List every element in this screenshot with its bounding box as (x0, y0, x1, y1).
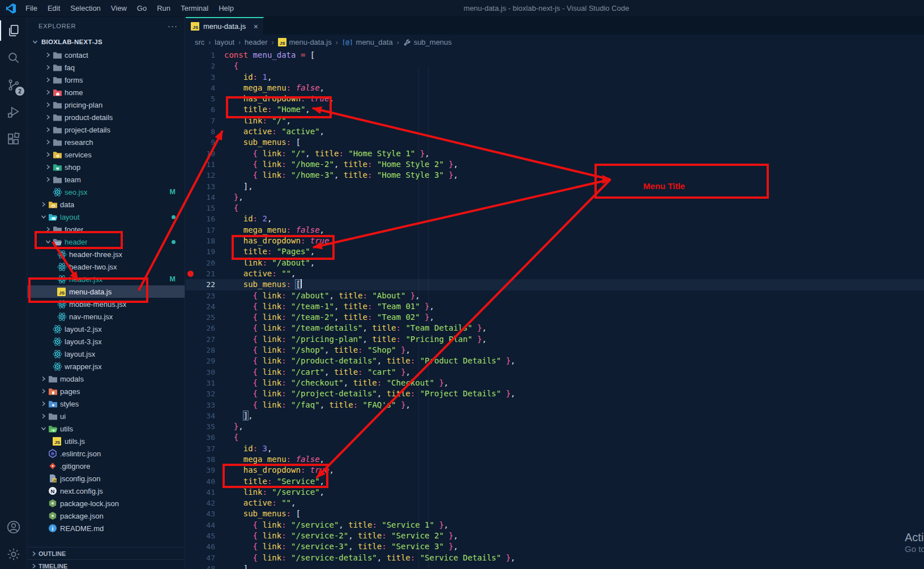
tree-file-.gitignore[interactable]: .gitignore (27, 460, 185, 472)
code-line-24: 24 { link: "/team-1", title: "Team 01" }… (186, 301, 924, 312)
line-number: 27 (196, 334, 215, 345)
menubar-item-view[interactable]: View (106, 0, 132, 17)
code-line-33: 33 { link: "/faq", title: "FAQ's" }, (186, 400, 924, 410)
tree-folder-ui[interactable]: ui (27, 410, 185, 422)
tree-folder-data[interactable]: data (27, 198, 185, 211)
tree-file-header-three.jsx[interactable]: header-three.jsx (27, 248, 185, 260)
tree-folder-modals[interactable]: modals (27, 373, 185, 385)
activitybar-extensions[interactable] (0, 126, 27, 153)
menubar-item-selection[interactable]: Selection (65, 0, 105, 17)
tree-file-nav-menu.jsx[interactable]: nav-menu.jsx (27, 310, 185, 323)
breakpoint-icon[interactable] (187, 271, 194, 277)
tree-file-mobile-menus.jsx[interactable]: mobile-menus.jsx (27, 298, 185, 310)
explorer-actions-button[interactable]: ··· (168, 21, 178, 31)
tree-folder-forms[interactable]: forms (27, 74, 185, 86)
menubar-item-file[interactable]: File (20, 0, 42, 17)
menubar-item-help[interactable]: Help (213, 0, 239, 17)
activitybar-account[interactable] (0, 514, 27, 541)
tree-item-label: .gitignore (60, 462, 90, 470)
line-number: 15 (196, 203, 215, 213)
tree-file-menu-data.js[interactable]: JSmenu-data.js (27, 285, 185, 298)
code-line-36: 36 { (186, 432, 924, 443)
line-number: 40 (196, 476, 215, 487)
tree-file-layout.jsx[interactable]: layout.jsx (27, 348, 185, 360)
tree-folder-product-details[interactable]: product-details (27, 111, 185, 123)
tree-folder-shop[interactable]: shop (27, 161, 185, 173)
code-line-15: 15 { (186, 203, 924, 213)
breadcrumb-item-src[interactable]: src (195, 38, 204, 46)
breadcrumb-item-layout[interactable]: layout (215, 38, 234, 46)
timeline-section[interactable]: TIMELINE (27, 559, 185, 569)
line-number: 29 (196, 356, 215, 366)
tree-folder-pages[interactable]: pages (27, 385, 185, 397)
code-line-30: 30 { link: "/cart", title: "cart" }, (186, 367, 924, 378)
activitybar-explorer[interactable] (0, 17, 27, 44)
tree-item-label: utils (60, 425, 73, 433)
tree-folder-utils[interactable]: utils (27, 422, 185, 435)
tab-menu-data-js[interactable]: JS menu-data.js × (186, 17, 264, 35)
tree-folder-styles[interactable]: styles (27, 397, 185, 410)
tree-file-seo.jsx[interactable]: seo.jsxM (27, 186, 185, 198)
activity-bar: 2 (0, 17, 27, 569)
activitybar-settings[interactable] (0, 541, 27, 568)
tree-item-label: ui (60, 412, 66, 421)
activitybar-source-control[interactable]: 2 (0, 71, 27, 99)
tree-folder-faq[interactable]: faq (27, 61, 185, 74)
menubar-item-go[interactable]: Go (132, 0, 152, 17)
outline-section[interactable]: OUTLINE (27, 547, 185, 559)
breadcrumb-item-menu-data.js[interactable]: JSmenu-data.js (278, 38, 332, 46)
menubar-item-run[interactable]: Run (152, 0, 176, 17)
breadcrumb-item-header[interactable]: header (245, 38, 267, 46)
tree-folder-team[interactable]: team (27, 173, 185, 186)
chevron-down-icon (31, 39, 40, 45)
code-line-12: 12 { link: "/home-3", title: "Home Style… (186, 170, 924, 181)
tree-folder-footer[interactable]: footer (27, 223, 185, 236)
tree-file-README.md[interactable]: iREADME.md (27, 522, 185, 534)
tree-folder-home[interactable]: home (27, 86, 185, 99)
line-number: 47 (196, 553, 215, 563)
code-line-2: 2 { (186, 61, 924, 71)
tree-file-next.config.js[interactable]: Nnext.config.js (27, 485, 185, 497)
tree-file-layout-2.jsx[interactable]: layout-2.jsx (27, 323, 185, 335)
menubar-item-terminal[interactable]: Terminal (176, 0, 213, 17)
chevron-right-icon (44, 114, 53, 120)
chevron-right-icon (39, 376, 48, 382)
tree-item-label: services (65, 151, 92, 159)
tree-file-utils.js[interactable]: JSutils.js (27, 435, 185, 447)
breadcrumb-item-menu_data[interactable]: [@]menu_data (342, 38, 393, 46)
tree-folder-contact[interactable]: contact (27, 49, 185, 61)
code-editor[interactable]: 1const menu_data = [2 {3 id: 1,4 mega_me… (186, 50, 924, 569)
activitybar-run-debug[interactable] (0, 99, 27, 126)
tree-folder-services[interactable]: services (27, 148, 185, 161)
line-number: 39 (196, 465, 215, 476)
eslint-icon (48, 449, 60, 458)
folder-icon (48, 375, 60, 383)
tree-file-wrapper.jsx[interactable]: wrapper.jsx (27, 360, 185, 373)
react-icon (57, 312, 69, 322)
tree-file-package-lock.json[interactable]: package-lock.json (27, 497, 185, 510)
tree-folder-pricing-plan[interactable]: pricing-plan (27, 99, 185, 111)
tree-folder-project-details[interactable]: project-details (27, 123, 185, 136)
menubar-item-edit[interactable]: Edit (42, 0, 65, 17)
tree-item-label: header.jsx (69, 275, 102, 284)
workspace-section-header[interactable]: BIOXLAB-NEXT-JS (27, 35, 185, 49)
tree-file-.eslintrc.json[interactable]: .eslintrc.json (27, 447, 185, 460)
tree-folder-header[interactable]: header (27, 236, 185, 248)
breadcrumb: src›layout›header›JSmenu-data.js›[@]menu… (186, 35, 924, 50)
tree-item-label: layout-3.jsx (65, 337, 102, 346)
tree-file-header.jsx[interactable]: header.jsxM (27, 273, 185, 285)
react-icon (53, 349, 65, 359)
tree-file-package.json[interactable]: package.json (27, 510, 185, 522)
tree-item-label: contact (65, 51, 88, 59)
tree-folder-research[interactable]: research (27, 136, 185, 148)
breadcrumb-item-sub_menus[interactable]: sub_menus (403, 38, 452, 46)
tree-file-layout-3.jsx[interactable]: layout-3.jsx (27, 335, 185, 348)
line-number: 45 (196, 531, 215, 541)
tab-close-icon[interactable]: × (254, 22, 258, 31)
activitybar-search[interactable] (0, 44, 27, 71)
tree-file-jsconfig.json[interactable]: JSjsconfig.json (27, 472, 185, 485)
tree-folder-layout[interactable]: layout (27, 211, 185, 223)
tree-item-label: package-lock.json (60, 499, 119, 508)
code-line-44: 44 { link: "/service", title: "Service 1… (186, 520, 924, 531)
tree-file-header-two.jsx[interactable]: header-two.jsx (27, 260, 185, 273)
